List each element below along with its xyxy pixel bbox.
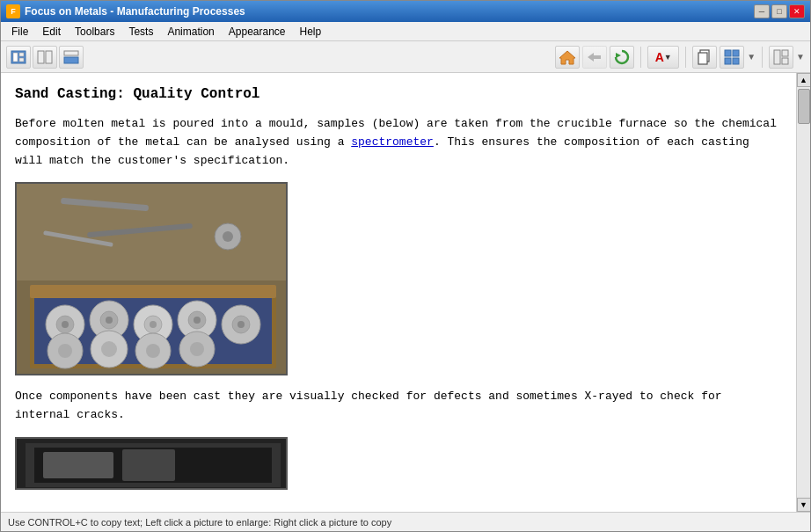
layout-single-button[interactable] xyxy=(6,46,31,69)
svg-rect-5 xyxy=(46,51,52,63)
home-button[interactable] xyxy=(555,46,580,69)
svg-point-29 xyxy=(106,317,113,324)
status-bar: Use CONTROL+C to copy text; Left click a… xyxy=(1,512,810,531)
svg-rect-51 xyxy=(17,184,288,281)
grid-icon xyxy=(724,49,740,65)
svg-rect-14 xyxy=(733,50,739,56)
svg-marker-10 xyxy=(616,53,621,58)
menu-bar: File Edit Toolbars Tests Animation Appea… xyxy=(1,22,810,41)
svg-rect-1 xyxy=(13,53,18,62)
layout-group xyxy=(6,46,84,69)
xray-svg xyxy=(17,439,288,490)
title-bar-left: F Focus on Metals - Manufacturing Proces… xyxy=(6,4,245,18)
layout-icon xyxy=(773,49,789,65)
scroll-thumb[interactable] xyxy=(798,89,810,124)
nav-group: A ▼ ▼ xyxy=(555,46,805,69)
title-bar-controls: ─ □ ✕ xyxy=(754,4,805,18)
menu-tests[interactable]: Tests xyxy=(121,24,160,40)
svg-marker-8 xyxy=(559,51,575,64)
metal-samples-svg xyxy=(17,184,288,375)
svg-point-38 xyxy=(237,321,245,328)
menu-edit[interactable]: Edit xyxy=(35,24,68,40)
menu-appearance[interactable]: Appearance xyxy=(222,24,293,40)
close-button[interactable]: ✕ xyxy=(789,4,805,18)
layout-single-icon xyxy=(11,50,26,64)
copy-icon xyxy=(697,49,712,65)
spectrometer-link[interactable]: spectrometer xyxy=(351,135,434,149)
svg-rect-15 xyxy=(725,58,731,64)
scroll-up-button[interactable]: ▲ xyxy=(797,73,811,87)
toolbar-separator3 xyxy=(762,47,763,68)
svg-point-40 xyxy=(58,344,72,358)
menu-animation[interactable]: Animation xyxy=(160,24,221,40)
scroll-down-button[interactable]: ▼ xyxy=(797,498,811,512)
svg-rect-3 xyxy=(19,58,24,62)
svg-rect-2 xyxy=(19,53,24,56)
svg-rect-62 xyxy=(122,449,175,481)
toolbar: A ▼ ▼ xyxy=(1,41,810,73)
copy-button[interactable] xyxy=(692,46,717,69)
font-a-label: A xyxy=(655,50,664,64)
content-area: Sand Casting: Quality Control Before mol… xyxy=(1,73,810,512)
window-title: Focus on Metals - Manufacturing Processe… xyxy=(25,5,245,18)
paragraph-1: Before molten metal is poured into a mou… xyxy=(15,115,782,170)
home-icon xyxy=(559,49,576,65)
metal-samples-image[interactable] xyxy=(15,182,288,375)
svg-point-42 xyxy=(101,341,117,357)
layout-dropdown: ▼ xyxy=(796,52,805,62)
scrollbar: ▲ ▼ xyxy=(796,73,810,512)
svg-rect-7 xyxy=(64,57,78,63)
toolbar-separator2 xyxy=(685,47,686,68)
svg-rect-17 xyxy=(774,50,780,64)
layout-dual-button[interactable] xyxy=(33,46,57,69)
svg-rect-13 xyxy=(725,50,731,56)
svg-rect-12 xyxy=(698,53,707,64)
toolbar-separator xyxy=(640,47,641,68)
layout-dual-icon xyxy=(37,50,53,64)
svg-rect-61 xyxy=(43,452,113,478)
svg-point-46 xyxy=(190,342,204,356)
app-icon: F xyxy=(6,4,20,18)
status-text: Use CONTROL+C to copy text; Left click a… xyxy=(8,517,391,528)
paragraph-2: Once components have been cast they are … xyxy=(15,388,782,425)
svg-point-35 xyxy=(194,317,201,324)
font-dropdown-arrow: ▼ xyxy=(664,53,672,62)
svg-rect-22 xyxy=(30,285,276,298)
minimize-button[interactable]: ─ xyxy=(754,4,770,18)
layout-wide-button[interactable] xyxy=(59,46,84,69)
layout-wide-icon xyxy=(63,50,79,64)
svg-point-32 xyxy=(150,321,157,328)
back-button[interactable] xyxy=(582,46,607,69)
svg-point-26 xyxy=(62,321,69,328)
main-content: Sand Casting: Quality Control Before mol… xyxy=(1,73,796,512)
menu-toolbars[interactable]: Toolbars xyxy=(68,24,121,40)
menu-help[interactable]: Help xyxy=(293,24,329,40)
svg-marker-9 xyxy=(588,53,601,62)
svg-rect-19 xyxy=(782,58,788,64)
font-size-button[interactable]: A ▼ xyxy=(647,46,679,69)
layout-button[interactable] xyxy=(769,46,793,69)
svg-rect-6 xyxy=(64,51,78,55)
svg-rect-18 xyxy=(782,50,788,56)
refresh-button[interactable] xyxy=(610,46,634,69)
refresh-icon xyxy=(613,48,631,66)
scroll-track[interactable] xyxy=(797,87,810,498)
menu-file[interactable]: File xyxy=(4,24,35,40)
xray-image[interactable] xyxy=(15,437,288,490)
svg-point-44 xyxy=(146,344,160,358)
page-title: Sand Casting: Quality Control xyxy=(15,84,782,105)
main-window: F Focus on Metals - Manufacturing Proces… xyxy=(0,0,811,532)
svg-rect-4 xyxy=(38,51,44,63)
title-bar: F Focus on Metals - Manufacturing Proces… xyxy=(1,1,810,22)
grid-dropdown: ▼ xyxy=(747,52,756,62)
grid-button[interactable] xyxy=(720,46,744,69)
svg-point-57 xyxy=(223,231,233,242)
svg-rect-16 xyxy=(733,58,739,64)
maximize-button[interactable]: □ xyxy=(771,4,787,18)
back-icon xyxy=(587,50,603,64)
